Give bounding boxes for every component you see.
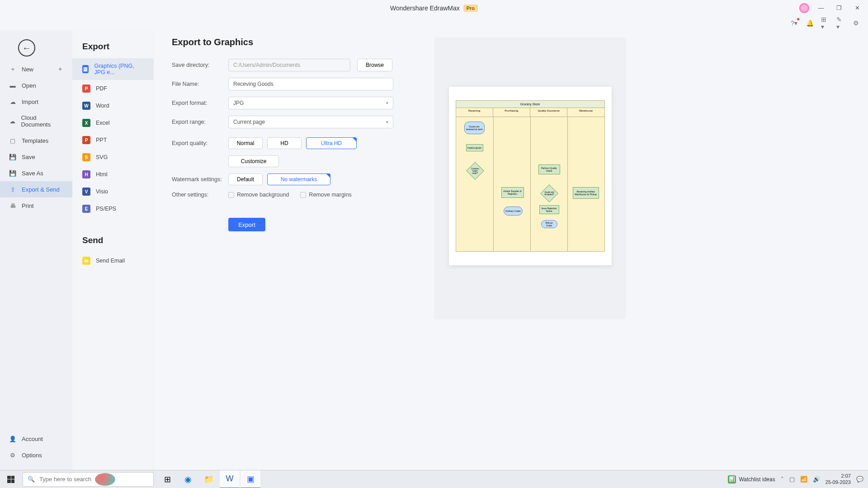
watchlist-widget[interactable]: 📊 Watchlist ideas [728,475,775,483]
start-button[interactable] [0,470,22,488]
plus-icon[interactable]: ＋ [57,65,63,73]
row-save-dir: Save directory: Browse [172,59,407,71]
search-image-icon [95,473,115,486]
file-item-open[interactable]: ▬ Open [0,77,72,94]
watchlist-icon: 📊 [728,475,736,483]
new-icon: ＋ [9,66,16,73]
file-item-new[interactable]: ＋ New ＋ [0,61,72,77]
maximize-button[interactable]: ❐ [833,2,845,14]
export-label: PPT [96,137,107,143]
close-button[interactable]: ✕ [851,2,863,14]
remove-bg-label: Remove background [237,192,289,198]
taskview-icon[interactable]: ⊞ [157,470,177,488]
customize-button[interactable]: Customize [228,155,279,167]
bell-icon[interactable]: 🔔 [806,19,814,27]
file-label: Print [22,202,34,209]
export-label: PDF [96,85,107,92]
word-icon: W [82,102,90,110]
export-label: PS/EPS [96,206,116,212]
quality-ultrahd[interactable]: Ultra HD [306,137,357,149]
avatar[interactable] [799,3,809,13]
row-filename: File Name: [172,78,407,90]
ppt-icon: P [82,136,90,144]
format-select[interactable]: JPG ▾ [228,97,393,109]
export-item-visio[interactable]: V Visio [72,183,154,200]
file-item-options[interactable]: ⚙ Options [0,447,72,463]
export-item-word[interactable]: W Word [72,97,154,114]
checkbox-icon [300,192,306,198]
export-item-pseps[interactable]: E PS/EPS [72,200,154,217]
search-icon: 🔍 [28,476,35,483]
notifications-icon[interactable]: 💬 [856,476,863,483]
tray-meet-icon[interactable]: ▢ [789,476,795,483]
file-item-cloud[interactable]: ☁ Cloud Documents [0,110,72,132]
preview-panel: Grocery Store Receiving Purchasing Quali… [434,37,626,319]
range-label: Export range: [172,119,228,125]
file-item-import[interactable]: ☁ Import [0,94,72,110]
sidebar-bottom: 👤 Account ⚙ Options [0,431,72,463]
back-button[interactable]: ← [18,39,35,56]
file-label: Cloud Documents [21,114,63,128]
export-button[interactable]: Export [228,218,265,231]
file-item-save[interactable]: 💾 Save [0,149,72,165]
lane-header: Warehouse [567,108,604,117]
fc-shape: Issue Rejection Notice [539,205,559,214]
save-dir-input[interactable] [228,59,350,71]
remove-margins-checkbox[interactable]: Remove margins [300,192,351,198]
file-item-account[interactable]: 👤 Account [0,431,72,447]
file-item-templates[interactable]: ▢ Templates [0,132,72,149]
quality-label: Export quality: [172,140,228,146]
row-customize: Customize [172,155,407,167]
range-value: Current page [233,119,265,125]
fc-shape: Perform Quality Check [538,164,560,174]
browse-button[interactable]: Browse [357,59,392,71]
pdf-icon: P [82,84,90,93]
export-item-graphics[interactable]: 🖼 Graphics (PNG, JPG e... [72,58,154,80]
form-panel: Export to Graphics Save directory: Brows… [172,37,407,470]
options-icon: ⚙ [9,451,16,459]
watermark-none[interactable]: No watermarks [267,174,330,185]
main: ← ＋ New ＋ ▬ Open ☁ Import ☁ Cloud Docume… [0,30,868,470]
pro-badge: Pro [463,5,478,12]
filename-input[interactable] [228,78,393,90]
fc-shape: Advise Supplier of Rejection [501,187,524,198]
content-title: Export to Graphics [172,37,407,47]
file-item-print[interactable]: 🖶 Print [0,197,72,214]
edrawmax-task-icon[interactable]: ▣ [241,470,260,488]
export-item-ppt[interactable]: P PPT [72,131,154,149]
titlebar-right: — ❐ ✕ [799,2,868,14]
watermark-default[interactable]: Default [228,174,263,185]
export-label: Excel [96,120,110,126]
windows-icon [7,476,14,483]
help-icon[interactable]: ? ▾ [790,19,798,27]
edge-icon[interactable]: ◉ [178,470,198,488]
tray-chevron-icon[interactable]: ˄ [781,476,784,483]
visio-icon: V [82,188,90,196]
export-item-pdf[interactable]: P PDF [72,80,154,97]
taskbar-search[interactable]: 🔍 Type here to search [23,472,154,487]
word-task-icon[interactable]: W [220,470,240,488]
quality-hd[interactable]: HD [267,137,302,149]
export-item-svg[interactable]: S SVG [72,149,154,166]
file-item-export[interactable]: ⇧ Export & Send [0,181,72,197]
export-item-excel[interactable]: X Excel [72,114,154,131]
apps-icon[interactable]: ⊞ ▾ [821,19,829,27]
remove-bg-checkbox[interactable]: Remove background [228,192,289,198]
sidebar-file: ← ＋ New ＋ ▬ Open ☁ Import ☁ Cloud Docume… [0,30,72,470]
row-other: Other settings: Remove background Remove… [172,192,407,198]
quality-normal[interactable]: Normal [228,137,263,149]
clock[interactable]: 2:07 25-09-2023 [826,473,851,485]
row-export-btn: Export [172,204,407,231]
feedback-icon[interactable]: ✎ ▾ [836,19,844,27]
tray-volume-icon[interactable]: 🔊 [813,476,820,483]
minimize-button[interactable]: — [815,2,827,14]
html-icon: H [82,170,90,178]
export-label: Send Email [96,258,125,264]
export-item-html[interactable]: H Html [72,166,154,183]
range-select[interactable]: Current page ▾ [228,116,393,128]
export-item-email[interactable]: ✉ Send Email [72,252,154,269]
file-item-saveas[interactable]: 💾 Save As [0,165,72,181]
settings-icon[interactable]: ⚙ [852,19,860,27]
tray-wifi-icon[interactable]: 📶 [800,476,807,483]
explorer-icon[interactable]: 📁 [199,470,219,488]
